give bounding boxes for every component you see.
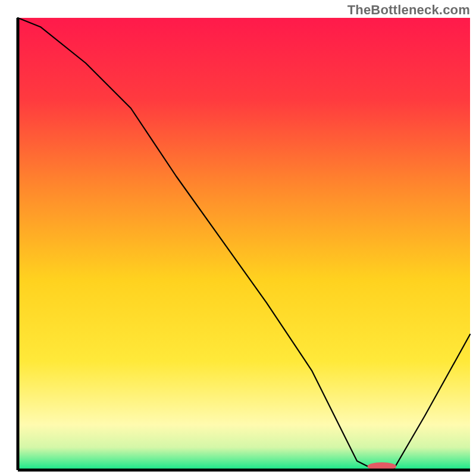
bottleneck-chart: TheBottleneck.com bbox=[0, 0, 476, 476]
chart-svg bbox=[0, 0, 476, 476]
watermark-text: TheBottleneck.com bbox=[347, 2, 470, 18]
plot-background bbox=[18, 18, 470, 470]
